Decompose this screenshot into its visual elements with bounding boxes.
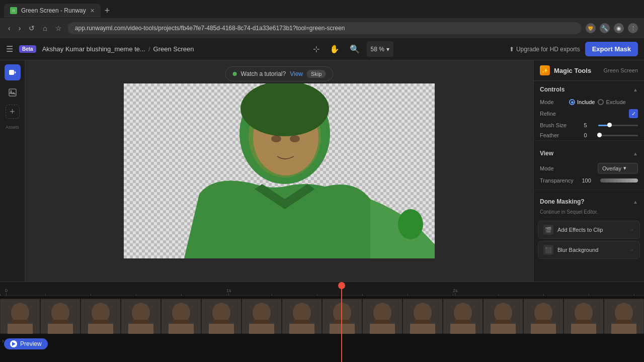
blur-bg-icon: ⬛ <box>543 245 553 255</box>
playhead[interactable] <box>341 282 342 362</box>
sidebar-item-image[interactable] <box>5 84 21 101</box>
forward-button[interactable]: › <box>17 22 23 34</box>
tutorial-view-link[interactable]: View <box>290 70 303 77</box>
timeline-expand-button[interactable]: › <box>2 337 4 344</box>
overlay-dropdown[interactable]: Overlay ▾ <box>598 163 638 173</box>
export-mask-button[interactable]: Export Mask <box>585 42 638 56</box>
back-button[interactable]: ‹ <box>6 22 13 34</box>
transparency-label: Transparency <box>540 177 578 184</box>
add-effects-icon: 🎬 <box>543 225 553 235</box>
close-tab-button[interactable]: ✕ <box>90 8 95 14</box>
mode-label: Mode <box>540 99 565 105</box>
brush-size-value: 5 <box>584 122 594 128</box>
brush-size-label: Brush Size <box>540 122 580 128</box>
sidebar-item-video[interactable] <box>5 64 21 80</box>
panel-subtitle: Green Screen <box>604 67 638 73</box>
playhead-head[interactable] <box>338 282 345 289</box>
dropdown-chevron-icon: ▾ <box>623 165 626 171</box>
view-collapse-icon[interactable]: ▲ <box>633 151 638 156</box>
add-effects-arrow-icon: → <box>628 226 634 233</box>
feather-label: Feather <box>540 132 580 138</box>
active-tab[interactable]: R Green Screen - Runway ✕ <box>4 4 101 18</box>
timeline-track[interactable]: // Generate thumbnails inline <box>0 296 644 336</box>
toolbar-center: ⊹ ✋ 🔍 58 % ▾ <box>200 41 503 57</box>
feather-thumb[interactable] <box>597 133 602 137</box>
brush-size-slider[interactable] <box>598 125 638 126</box>
upgrade-icon: ⬆ <box>509 46 514 53</box>
upgrade-button[interactable]: ⬆ Upgrade for HD exports <box>509 46 580 53</box>
controls-section: Controls ▲ Mode Include Exclude <box>534 81 644 141</box>
new-tab-button[interactable]: + <box>101 5 114 17</box>
hand-tool-button[interactable]: ✋ <box>327 41 343 57</box>
controls-section-header[interactable]: Controls ▲ <box>534 81 644 97</box>
zoom-tool-button[interactable]: 🔍 <box>347 41 363 57</box>
include-radio[interactable] <box>569 99 575 105</box>
video-canvas[interactable] <box>25 60 533 282</box>
zoom-control[interactable]: 58 % ▾ <box>367 41 393 57</box>
done-masking-section: Done Masking? ▲ Continue in Sequel Edito… <box>534 190 644 265</box>
zoom-level: 58 % <box>371 46 384 53</box>
play-icon <box>10 340 17 347</box>
tool-name[interactable]: Green Screen <box>153 45 194 53</box>
preview-label: Preview <box>20 340 42 347</box>
select-tool-button[interactable]: ⊹ <box>310 41 323 57</box>
transparency-slider[interactable] <box>600 178 638 183</box>
exclude-mode-option[interactable]: Exclude <box>598 99 625 105</box>
blur-bg-arrow-icon: → <box>628 246 634 253</box>
brush-size-row: Brush Size 5 <box>534 120 644 130</box>
add-effects-item[interactable]: 🎬 Add Effects to Clip → <box>538 221 640 239</box>
hamburger-menu[interactable]: ☰ <box>6 44 13 54</box>
add-asset-button[interactable]: + <box>6 105 20 119</box>
exclude-radio[interactable] <box>598 99 604 105</box>
video-frame <box>124 83 435 258</box>
browser-chrome: R Green Screen - Runway ✕ + ‹ › ↺ ⌂ ☆ 🦁 … <box>0 0 644 38</box>
view-section: View ▲ Mode Overlay ▾ Transparency 100 <box>534 141 644 190</box>
view-section-header[interactable]: View ▲ <box>534 145 644 161</box>
controls-collapse-icon[interactable]: ▲ <box>633 87 638 93</box>
controls-title: Controls <box>540 86 565 93</box>
include-mode-option[interactable]: Include <box>569 99 595 105</box>
transparency-row: Transparency 100 <box>534 175 644 186</box>
breadcrumb-separator: / <box>148 45 150 53</box>
refine-checkbox[interactable]: ✓ <box>629 109 638 118</box>
done-masking-title: Done Masking? <box>540 198 585 205</box>
panel-title: Magic Tools <box>554 67 591 74</box>
exclude-label: Exclude <box>606 99 625 105</box>
app: ☰ Beta Akshay Kumar blushing_meme te... … <box>0 38 644 362</box>
canvas-area: Watch a tutorial? View Skip <box>25 60 533 282</box>
brush-size-thumb[interactable] <box>607 123 612 127</box>
reload-button[interactable]: ↺ <box>27 22 37 34</box>
timeline: 0 1s 2s // Generate thumbnails inl <box>0 282 644 362</box>
play-triangle-icon <box>12 342 16 346</box>
tab-title: Green Screen - Runway <box>21 7 86 14</box>
mode-row: Mode Include Exclude <box>534 97 644 107</box>
done-masking-header: Done Masking? ▲ <box>534 194 644 209</box>
preview-button[interactable]: Preview <box>4 338 48 349</box>
svg-rect-0 <box>9 70 14 75</box>
top-bar: ☰ Beta Akshay Kumar blushing_meme te... … <box>0 38 644 60</box>
url-input[interactable] <box>68 22 582 34</box>
feather-slider[interactable] <box>598 135 638 136</box>
blur-bg-label: Blur Background <box>557 247 624 253</box>
menu-icon[interactable]: ⋮ <box>628 23 638 33</box>
sidebar: + Assets <box>0 60 25 282</box>
home-button[interactable]: ⌂ <box>41 22 49 34</box>
blur-background-item[interactable]: ⬛ Blur Background → <box>538 241 640 259</box>
ruler-label-0: 0 <box>5 288 8 293</box>
upgrade-label: Upgrade for HD exports <box>516 46 580 53</box>
beta-badge: Beta <box>19 45 36 53</box>
main-content: + Assets Watch a tutorial? View Skip <box>0 60 644 282</box>
video-content <box>124 83 435 258</box>
overlay-label: Overlay <box>602 165 621 171</box>
tutorial-text: Watch a tutorial? <box>241 70 286 77</box>
bookmark-button[interactable]: ☆ <box>53 22 64 34</box>
view-mode-label: Mode <box>540 165 594 171</box>
done-collapse-icon[interactable]: ▲ <box>633 199 638 205</box>
timeline-ruler: 0 1s 2s <box>0 282 644 296</box>
address-bar: ‹ › ↺ ⌂ ☆ 🦁 🔧 ◉ ⋮ <box>0 18 644 38</box>
timeline-bottom: Preview <box>0 336 644 351</box>
svg-point-10 <box>271 135 281 142</box>
tutorial-skip-button[interactable]: Skip <box>307 70 326 78</box>
ruler-label-1s: 1s <box>226 288 231 293</box>
project-name[interactable]: Akshay Kumar blushing_meme te... <box>42 45 145 53</box>
